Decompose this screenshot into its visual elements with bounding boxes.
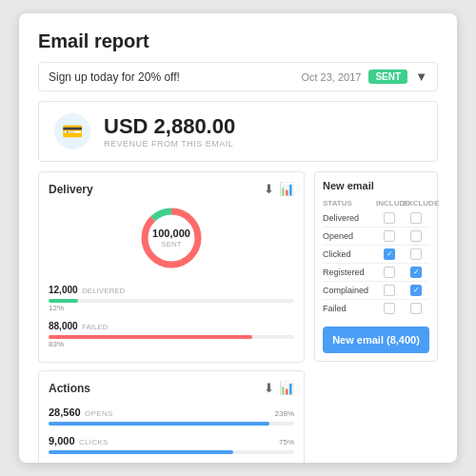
new-email-button[interactable]: New email (8,400) [323, 327, 429, 353]
include-checkbox[interactable] [384, 267, 395, 278]
delivery-section: Delivery ⬇ 📊 [38, 171, 305, 363]
sent-date: Oct 23, 2017 [301, 71, 361, 83]
status-row: Delivered [323, 209, 429, 228]
revenue-info: USD 2,880.00 REVENUE FROM THIS EMAIL [104, 114, 235, 149]
page-title: Email report [38, 30, 438, 52]
status-rows: Delivered Opened Clicked Registered [323, 209, 429, 317]
chevron-down-icon[interactable]: ▼ [415, 69, 427, 84]
action-pct: 238% [275, 409, 294, 418]
revenue-label: REVENUE FROM THIS EMAIL [104, 139, 235, 149]
exclude-checkbox[interactable] [410, 212, 422, 224]
action-value: 28,560 [49, 407, 81, 418]
panel-status-name: Opened [323, 231, 376, 241]
include-checkbox-wrap [376, 230, 403, 242]
chart-icon[interactable]: 📊 [279, 182, 294, 196]
stat-failed: 88,000 FAILED 83% [49, 316, 294, 348]
action-name: OPENS [85, 409, 113, 418]
action-label-row: 9,000 CLICKS 75% [49, 431, 294, 448]
actions-header: Actions ⬇ 📊 [49, 381, 294, 395]
delivery-stats: 12,000 DELIVERED 12% 88,000 FAILED [49, 280, 294, 348]
exclude-checkbox-wrap [403, 248, 429, 260]
status-row: Complained [323, 282, 429, 300]
donut-label: SENT [152, 240, 190, 248]
delivered-pct: 12% [49, 304, 294, 312]
failed-bar [49, 335, 252, 339]
delivery-title: Delivery [49, 183, 93, 196]
include-checkbox[interactable] [384, 285, 395, 296]
include-checkbox-wrap [376, 303, 403, 314]
promo-text: Sign up today for 20% off! [49, 70, 180, 84]
panel-status-name: Delivered [323, 213, 376, 223]
exclude-checkbox-wrap [403, 212, 429, 224]
include-checkbox[interactable] [384, 230, 395, 242]
include-checkbox-wrap [376, 285, 403, 296]
revenue-section: 💳 USD 2,880.00 REVENUE FROM THIS EMAIL [38, 101, 438, 162]
delivered-bar [49, 299, 78, 303]
exclude-checkbox-wrap [403, 285, 429, 296]
include-checkbox[interactable] [384, 303, 395, 314]
download-icon[interactable]: ⬇ [264, 182, 274, 196]
action-item: 9,000 CLICKS 75% [49, 431, 294, 454]
delivered-bar-wrap [49, 299, 294, 303]
top-bar: Sign up today for 20% off! Oct 23, 2017 … [38, 62, 438, 91]
new-email-panel: New email STATUS INCLUDE EXCLUDE Deliver… [314, 171, 438, 362]
donut-container: 100,000 SENT [49, 204, 294, 272]
exclude-checkbox[interactable] [410, 285, 422, 296]
exclude-checkbox-wrap [403, 303, 429, 314]
action-item: 28,560 OPENS 238% [49, 403, 294, 426]
delivered-label: DELIVERED [82, 287, 125, 295]
include-checkbox[interactable] [384, 248, 395, 260]
exclude-checkbox[interactable] [410, 248, 422, 260]
action-name: CLICKS [79, 438, 109, 446]
revenue-amount: USD 2,880.00 [104, 114, 235, 139]
panel-status-name: Complained [323, 286, 376, 295]
status-row: Failed [323, 300, 429, 317]
include-checkbox-wrap [376, 248, 403, 260]
failed-label: FAILED [82, 323, 109, 331]
action-label-row: 4,800 REGISTRATIONS 40% [49, 460, 294, 463]
exclude-checkbox-wrap [403, 230, 429, 242]
exclude-checkbox[interactable] [410, 267, 422, 278]
actions-download-icon[interactable]: ⬇ [264, 381, 274, 395]
actions-section: Actions ⬇ 📊 28,560 OPENS 238% 9,000 CLI [38, 370, 305, 463]
action-bar [49, 450, 233, 454]
action-bar [49, 422, 269, 426]
actions-chart-icon[interactable]: 📊 [279, 381, 294, 395]
main-grid: Delivery ⬇ 📊 [38, 171, 438, 463]
action-value: 9,000 [49, 435, 75, 446]
panel-status-name: Failed [323, 304, 376, 313]
donut-center: 100,000 SENT [152, 228, 190, 248]
donut-chart: 100,000 SENT [137, 204, 206, 272]
revenue-icon: 💳 [54, 113, 90, 149]
status-row: Clicked [323, 246, 429, 264]
failed-bar-wrap [49, 335, 294, 339]
include-col-header: INCLUDE [376, 199, 403, 208]
include-checkbox[interactable] [384, 212, 395, 224]
delivery-icons: ⬇ 📊 [264, 182, 294, 196]
action-pct: 75% [279, 438, 294, 446]
action-bar-wrap [49, 450, 294, 454]
include-checkbox-wrap [376, 212, 403, 224]
card-icon: 💳 [62, 121, 83, 142]
action-bar-wrap [49, 422, 294, 426]
action-item: 4,800 REGISTRATIONS 40% [49, 460, 294, 463]
left-column: Delivery ⬇ 📊 [38, 171, 305, 463]
delivered-value: 12,000 [49, 285, 78, 295]
exclude-checkbox-wrap [403, 267, 429, 278]
stat-delivered: 12,000 DELIVERED 12% [49, 280, 294, 312]
new-email-title: New email [323, 180, 429, 191]
action-label-row: 28,560 OPENS 238% [49, 403, 294, 420]
panel-status-name: Registered [323, 268, 376, 277]
right-column: New email STATUS INCLUDE EXCLUDE Deliver… [314, 171, 438, 463]
status-col-header: STATUS [323, 199, 376, 208]
actions-title: Actions [49, 382, 90, 395]
donut-number: 100,000 [152, 228, 190, 240]
actions-icons: ⬇ 📊 [264, 381, 294, 395]
exclude-checkbox[interactable] [410, 230, 422, 242]
status-row: Registered [323, 264, 429, 282]
exclude-checkbox[interactable] [410, 303, 422, 314]
sent-badge: SENT [368, 69, 407, 84]
failed-pct: 83% [49, 340, 294, 348]
status-row: Opened [323, 228, 429, 246]
top-bar-right: Oct 23, 2017 SENT ▼ [301, 69, 427, 84]
